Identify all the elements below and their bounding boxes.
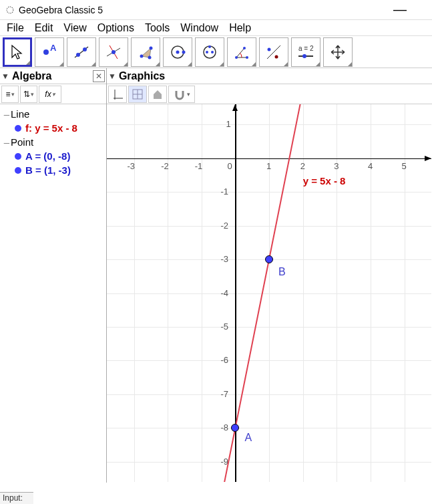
svg-point-15	[182, 50, 186, 53]
angle-icon	[232, 43, 251, 61]
object-color-dot	[15, 167, 21, 174]
svg-point-1	[43, 49, 49, 55]
graphics-title: Graphics	[119, 70, 431, 82]
plot-svg	[107, 104, 431, 482]
gfx-axes-button[interactable]	[108, 86, 127, 103]
menubar: File Edit View Options Tools Window Help	[0, 20, 432, 36]
svg-point-4	[76, 53, 80, 57]
point-A[interactable]	[231, 424, 239, 432]
svg-point-25	[275, 55, 278, 58]
tree-label: f: y = 5x - 8	[25, 122, 77, 134]
circle-icon	[168, 43, 187, 61]
tree-group[interactable]: –Point	[0, 135, 106, 149]
algebra-panel: ▼ Algebra ✕ ≡▾ ⇅▾ fx▾ –Linef: y = 5x - 8…	[0, 68, 107, 483]
app-icon	[5, 5, 15, 15]
line-icon	[72, 43, 91, 61]
minimize-button[interactable]: —	[387, 2, 413, 17]
tree-toggle-icon[interactable]: –	[3, 108, 11, 120]
cursor-icon	[8, 43, 27, 61]
axes-icon	[112, 88, 124, 100]
menu-view[interactable]: View	[58, 21, 91, 35]
line-f[interactable]	[107, 104, 431, 482]
svg-point-28	[302, 54, 306, 58]
tool-line[interactable]	[67, 37, 96, 67]
point-label-A[interactable]: A	[244, 432, 252, 444]
alg-sort-button[interactable]: ≡▾	[1, 86, 19, 103]
home-icon	[152, 88, 164, 100]
algebra-toolbar: ≡▾ ⇅▾ fx▾	[0, 84, 106, 104]
menu-file[interactable]: File	[1, 21, 29, 35]
equation-label[interactable]: y = 5x - 8	[303, 175, 346, 186]
perp-icon	[104, 43, 123, 61]
svg-point-14	[176, 50, 180, 53]
algebra-tree: –Linef: y = 5x - 8–PointA = (0, -8)B = (…	[0, 104, 106, 180]
tool-reflect[interactable]	[259, 37, 288, 67]
gfx-grid-button[interactable]	[128, 86, 147, 103]
main-toolbar: A a = 2	[0, 36, 432, 68]
menu-help[interactable]: Help	[224, 21, 256, 35]
svg-text:A: A	[50, 43, 57, 53]
graphics-header: ▼ Graphics	[107, 68, 432, 84]
input-bar[interactable]: Input:	[0, 492, 33, 504]
tool-perpendicular[interactable]	[99, 37, 128, 67]
svg-point-8	[112, 50, 116, 54]
tool-point[interactable]: A	[35, 37, 64, 67]
tool-angle[interactable]	[227, 37, 256, 67]
tree-object[interactable]: A = (0, -8)	[0, 149, 106, 163]
algebra-header: ▼ Algebra ✕	[0, 68, 106, 84]
tree-label: Point	[11, 136, 33, 148]
tree-object[interactable]: B = (1, -3)	[0, 163, 106, 177]
move-view-icon	[329, 43, 347, 61]
magnet-icon	[174, 88, 186, 100]
svg-point-5	[83, 47, 87, 51]
panel-collapse-icon[interactable]: ▼	[1, 72, 9, 81]
tool-polygon[interactable]	[131, 37, 160, 67]
slider-icon: a = 2	[295, 43, 316, 61]
graphics-panel: ▼ Graphics ▾ -3-2-10123451-1-2-3-4-5-6-7…	[107, 68, 432, 483]
window-title: GeoGebra Classic 5	[19, 5, 387, 15]
object-color-dot	[15, 153, 21, 160]
tree-label: A = (0, -8)	[25, 150, 70, 162]
svg-point-10	[140, 54, 144, 57]
point-label-B[interactable]: B	[278, 266, 286, 278]
svg-point-18	[211, 51, 214, 53]
algebra-close-button[interactable]: ✕	[93, 70, 105, 82]
menu-edit[interactable]: Edit	[29, 21, 59, 35]
tool-slider[interactable]: a = 2	[291, 37, 320, 67]
svg-point-21	[246, 56, 248, 59]
panel-collapse-icon[interactable]: ▼	[108, 72, 116, 81]
gfx-snap-button[interactable]: ▾	[168, 86, 195, 103]
tree-object[interactable]: f: y = 5x - 8	[0, 121, 106, 135]
tool-ellipse[interactable]	[195, 37, 224, 67]
svg-point-24	[268, 47, 271, 51]
reflect-icon	[264, 43, 283, 61]
svg-text:a = 2: a = 2	[298, 45, 314, 52]
point-B[interactable]	[265, 255, 273, 263]
grid-icon	[132, 88, 144, 100]
svg-point-19	[208, 45, 211, 48]
menu-window[interactable]: Window	[175, 21, 224, 35]
alg-aux-button[interactable]: ⇅▾	[20, 86, 37, 103]
svg-point-17	[206, 51, 208, 53]
svg-point-20	[235, 56, 238, 59]
tree-label: B = (1, -3)	[25, 164, 71, 176]
tool-move-view[interactable]	[323, 37, 353, 67]
gfx-home-button[interactable]	[148, 86, 167, 103]
svg-line-23	[267, 45, 280, 59]
svg-point-0	[7, 7, 13, 13]
tool-move[interactable]	[3, 37, 32, 67]
menu-tools[interactable]: Tools	[140, 21, 175, 35]
tree-label: Line	[11, 108, 29, 120]
alg-fx-button[interactable]: fx▾	[39, 86, 61, 103]
titlebar: GeoGebra Classic 5 —	[0, 0, 432, 20]
tree-toggle-icon[interactable]: –	[3, 136, 11, 148]
graphics-canvas[interactable]: -3-2-10123451-1-2-3-4-5-6-7-8-9y = 5x - …	[107, 104, 431, 483]
object-color-dot	[15, 125, 21, 132]
polygon-icon	[136, 43, 155, 61]
tree-group[interactable]: –Line	[0, 107, 106, 121]
main-area: ▼ Algebra ✕ ≡▾ ⇅▾ fx▾ –Linef: y = 5x - 8…	[0, 68, 432, 483]
menu-options[interactable]: Options	[92, 21, 140, 35]
tool-circle[interactable]	[163, 37, 192, 67]
point-icon: A	[40, 43, 59, 61]
graphics-toolbar: ▾	[107, 84, 432, 104]
